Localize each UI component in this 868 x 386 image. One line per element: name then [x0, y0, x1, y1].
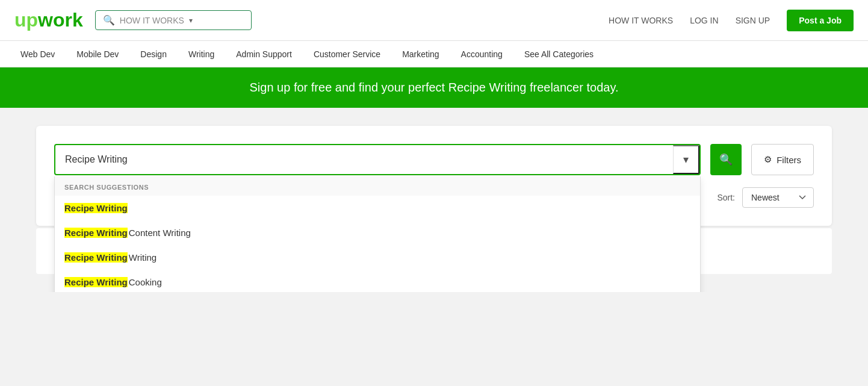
suggestion-3[interactable]: Recipe Writing Writing [55, 245, 700, 270]
suggestion-2-highlight: Recipe Writing [64, 228, 128, 238]
nav-sign-up[interactable]: SIGN UP [736, 16, 770, 25]
search-field-container: Recipe Writing ▾ SEARCH SUGGESTIONS Reci… [54, 144, 701, 175]
chevron-down-icon: ▾ [189, 16, 193, 25]
suggestion-4-rest: Cooking [129, 277, 162, 287]
suggestion-1-highlight: Recipe Writing [64, 203, 128, 213]
search-value[interactable]: Recipe Writing [55, 154, 673, 165]
search-suggestions-dropdown: SEARCH SUGGESTIONS Recipe Writing Recipe… [54, 176, 701, 292]
suggestion-2[interactable]: Recipe Writing Content Writing [55, 220, 700, 245]
suggestion-3-rest: Writing [129, 252, 157, 263]
category-nav: Web Dev Mobile Dev Design Writing Admin … [0, 41, 868, 67]
cat-accounting[interactable]: Accounting [450, 41, 513, 67]
post-job-button[interactable]: Post a Job [787, 10, 854, 31]
cat-design[interactable]: Design [129, 41, 178, 67]
nav-log-in[interactable]: LOG IN [690, 16, 718, 25]
sort-label: Sort: [717, 193, 735, 202]
cat-web-dev[interactable]: Web Dev [10, 41, 66, 67]
suggestion-4-highlight: Recipe Writing [64, 277, 128, 287]
nav-how-it-works[interactable]: HOW IT WORKS [609, 16, 673, 25]
logo-work: work [38, 9, 83, 31]
cat-admin-support[interactable]: Admin Support [225, 41, 303, 67]
search-icon: 🔍 [103, 14, 115, 26]
suggestion-1[interactable]: Recipe Writing [55, 196, 700, 220]
cat-marketing[interactable]: Marketing [391, 41, 450, 67]
search-row: Recipe Writing ▾ SEARCH SUGGESTIONS Reci… [54, 144, 814, 175]
filters-button[interactable]: ⚙ Filters [751, 144, 814, 175]
logo-up: up [14, 9, 38, 31]
header-search[interactable]: 🔍 HOW IT WORKS ▾ [95, 10, 252, 30]
header-search-text: HOW IT WORKS [120, 16, 184, 25]
search-section: Recipe Writing ▾ SEARCH SUGGESTIONS Reci… [36, 126, 832, 226]
logo[interactable]: up work [14, 9, 83, 31]
filters-label: Filters [777, 155, 801, 165]
main-content: Recipe Writing ▾ SEARCH SUGGESTIONS Reci… [0, 108, 868, 292]
cat-see-all[interactable]: See All Categories [513, 41, 604, 67]
search-submit-button[interactable]: 🔍 [710, 144, 742, 175]
sort-select[interactable]: Newest Relevance [742, 187, 814, 208]
chevron-down-icon: ▾ [683, 153, 689, 166]
cat-writing[interactable]: Writing [178, 41, 225, 67]
filter-icon: ⚙ [764, 154, 772, 165]
search-chevron-button[interactable]: ▾ [673, 145, 699, 174]
search-go-icon: 🔍 [719, 153, 733, 166]
suggestion-2-rest: Content Writing [129, 228, 191, 238]
search-field-wrapper: Recipe Writing ▾ [54, 144, 701, 175]
nav-links: HOW IT WORKS LOG IN SIGN UP Post a Job [609, 10, 854, 31]
suggestions-header: SEARCH SUGGESTIONS [55, 176, 700, 196]
suggestion-3-highlight: Recipe Writing [64, 252, 128, 263]
promo-banner: Sign up for free and find your perfect R… [0, 67, 868, 108]
suggestion-4[interactable]: Recipe Writing Cooking [55, 270, 700, 292]
cat-customer-service[interactable]: Customer Service [303, 41, 391, 67]
banner-text: Sign up for free and find your perfect R… [250, 81, 619, 94]
header: up work 🔍 HOW IT WORKS ▾ HOW IT WORKS LO… [0, 0, 868, 41]
cat-mobile-dev[interactable]: Mobile Dev [66, 41, 129, 67]
